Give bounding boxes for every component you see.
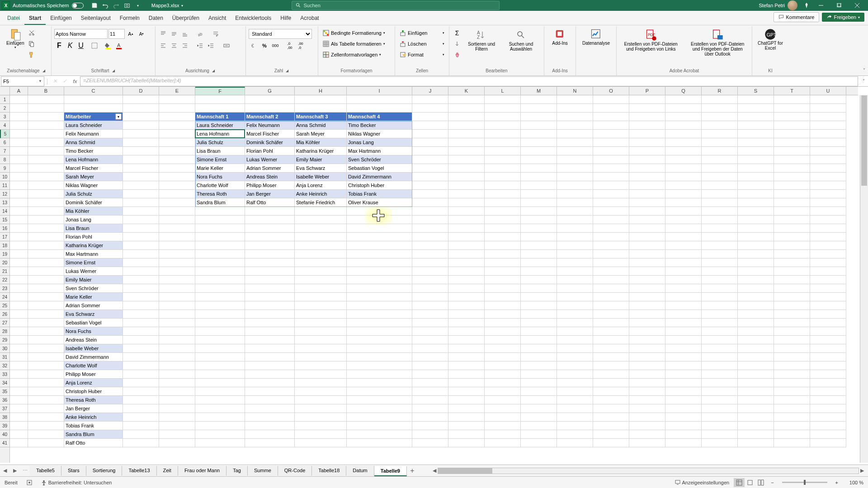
cell-I34[interactable] [347, 379, 412, 387]
cell-J12[interactable] [412, 190, 448, 198]
cell-F25[interactable] [195, 301, 245, 310]
cell-K36[interactable] [448, 396, 485, 404]
cell-L18[interactable] [485, 241, 521, 250]
cell-N3[interactable] [557, 113, 593, 121]
cell-G23[interactable] [245, 284, 295, 293]
cell-T38[interactable] [774, 413, 810, 422]
cell-J4[interactable] [412, 121, 448, 130]
cell-P9[interactable] [629, 164, 665, 173]
cell-M2[interactable] [521, 104, 557, 113]
cell-G9[interactable]: Adrian Sommer [245, 164, 295, 173]
cell-L3[interactable] [485, 113, 521, 121]
cell-G11[interactable]: Philipp Moser [245, 181, 295, 190]
cell-G34[interactable] [245, 379, 295, 387]
cell-U24[interactable] [810, 293, 846, 301]
cell-U28[interactable] [810, 327, 846, 336]
cell-L23[interactable] [485, 284, 521, 293]
cell-C34[interactable]: Anja Lorenz [64, 379, 123, 387]
cell-M13[interactable] [521, 198, 557, 207]
cell-S9[interactable] [738, 164, 774, 173]
ribbon-tab-überprüfen[interactable]: Überprüfen [168, 12, 204, 25]
cell-O39[interactable] [593, 422, 629, 430]
cell-N18[interactable] [557, 241, 593, 250]
row-header-32[interactable]: 32 [0, 361, 9, 370]
cell-Q38[interactable] [665, 413, 702, 422]
row-header-1[interactable]: 1 [0, 95, 9, 104]
cell-L21[interactable] [485, 267, 521, 276]
cell-U14[interactable] [810, 207, 846, 216]
cell-F29[interactable] [195, 336, 245, 344]
cell-L39[interactable] [485, 422, 521, 430]
wrap-text-button[interactable] [211, 29, 221, 39]
cell-M3[interactable] [521, 113, 557, 121]
cell-B19[interactable] [28, 250, 64, 258]
cell-R9[interactable] [702, 164, 738, 173]
accounting-format-icon[interactable]: € [249, 41, 259, 51]
cell-H10[interactable]: Isabelle Weber [295, 173, 347, 181]
row-header-31[interactable]: 31 [0, 353, 9, 361]
col-header-M[interactable]: M [521, 87, 557, 95]
cell-K35[interactable] [448, 387, 485, 396]
cell-G19[interactable] [245, 250, 295, 258]
vertical-scrollbar[interactable] [860, 95, 868, 463]
cell-Q11[interactable] [665, 181, 702, 190]
merge-button[interactable] [222, 41, 231, 51]
row-header-21[interactable]: 21 [0, 267, 9, 276]
cell-S39[interactable] [738, 422, 774, 430]
ribbon-tab-acrobat[interactable]: Acrobat [296, 12, 323, 25]
cell-I23[interactable] [347, 284, 412, 293]
cell-U12[interactable] [810, 190, 846, 198]
cell-A1[interactable] [10, 95, 28, 104]
cell-T22[interactable] [774, 276, 810, 284]
cell-E23[interactable] [159, 284, 195, 293]
cell-B40[interactable] [28, 430, 64, 439]
cell-C7[interactable]: Timo Becker [64, 147, 123, 155]
comma-format-icon[interactable]: 000 [270, 41, 280, 51]
cell-P29[interactable] [629, 336, 665, 344]
row-header-12[interactable]: 12 [0, 190, 9, 198]
cancel-formula-icon[interactable]: ✕ [50, 76, 60, 86]
cell-C2[interactable] [64, 104, 123, 113]
cell-H2[interactable] [295, 104, 347, 113]
expand-formula-bar-icon[interactable]: ˅ [859, 79, 868, 84]
cell-U40[interactable] [810, 430, 846, 439]
cell-U1[interactable] [810, 95, 846, 104]
cell-Q39[interactable] [665, 422, 702, 430]
confirm-formula-icon[interactable]: ✓ [60, 76, 70, 86]
cell-S31[interactable] [738, 353, 774, 361]
cell-G14[interactable] [245, 207, 295, 216]
cell-T26[interactable] [774, 310, 810, 319]
cell-N27[interactable] [557, 319, 593, 327]
cell-L11[interactable] [485, 181, 521, 190]
row-header-4[interactable]: 4 [0, 121, 9, 130]
cell-N10[interactable] [557, 173, 593, 181]
cell-A39[interactable] [10, 422, 28, 430]
accessibility-status[interactable]: Barrierefreiheit: Untersuchen [37, 480, 117, 485]
cell-F37[interactable] [195, 404, 245, 413]
data-analysis-button[interactable]: Datenanalyse [579, 27, 613, 47]
cell-I40[interactable] [347, 430, 412, 439]
cell-O9[interactable] [593, 164, 629, 173]
cell-M21[interactable] [521, 267, 557, 276]
cell-Q14[interactable] [665, 207, 702, 216]
cell-L22[interactable] [485, 276, 521, 284]
cell-B41[interactable] [28, 439, 64, 447]
cell-P23[interactable] [629, 284, 665, 293]
cell-F4[interactable]: Laura Schneider [195, 121, 245, 130]
cell-J41[interactable] [412, 439, 448, 447]
cell-G15[interactable] [245, 216, 295, 224]
cell-P35[interactable] [629, 387, 665, 396]
cell-T20[interactable] [774, 258, 810, 267]
row-header-13[interactable]: 13 [0, 198, 9, 207]
cell-T40[interactable] [774, 430, 810, 439]
cell-A20[interactable] [10, 258, 28, 267]
cell-Q36[interactable] [665, 396, 702, 404]
cell-E10[interactable] [159, 173, 195, 181]
cell-M37[interactable] [521, 404, 557, 413]
cell-C20[interactable]: Simone Ernst [64, 258, 123, 267]
cell-K39[interactable] [448, 422, 485, 430]
cell-U4[interactable] [810, 121, 846, 130]
ribbon-tab-einfügen[interactable]: Einfügen [46, 12, 76, 25]
cell-C28[interactable]: Nora Fuchs [64, 327, 123, 336]
page-layout-view-icon[interactable] [745, 478, 755, 487]
